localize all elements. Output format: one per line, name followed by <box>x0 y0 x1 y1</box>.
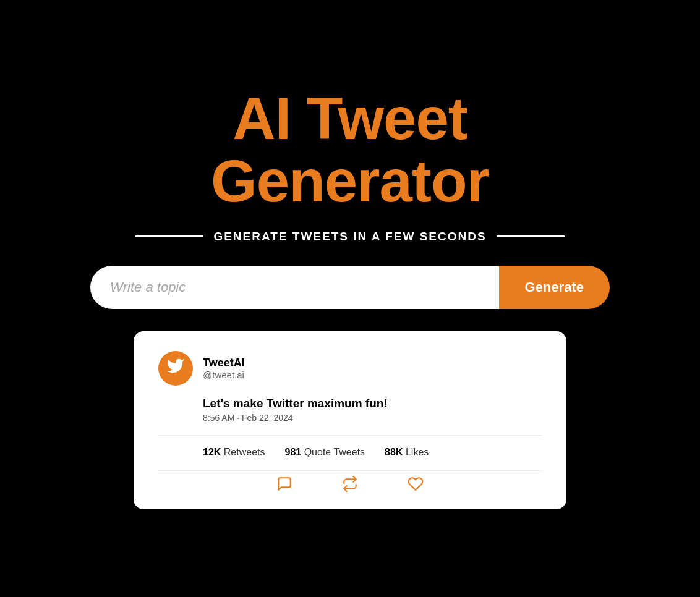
comment-icon[interactable] <box>276 476 292 492</box>
retweet-icon[interactable] <box>342 476 358 492</box>
topic-input[interactable] <box>90 266 499 309</box>
tweet-user-info: TweetAI @tweet.ai <box>203 357 245 380</box>
tweet-content: Let's make Twitter maximum fun! 8:56 AM … <box>158 397 542 423</box>
subtitle-line-right <box>497 235 565 237</box>
main-container: AI Tweet Generator Generate tweets in a … <box>84 88 616 509</box>
likes-stat: 88K Likes <box>385 447 429 458</box>
like-icon[interactable] <box>408 476 424 492</box>
tweet-text: Let's make Twitter maximum fun! <box>203 397 542 410</box>
tweet-time: 8:56 AM · Feb 22, 2024 <box>203 413 542 423</box>
subtitle: Generate tweets in a few seconds <box>135 230 564 243</box>
tweet-header: TweetAI @tweet.ai <box>158 351 542 386</box>
bird-icon <box>166 357 185 379</box>
page-title: AI Tweet Generator <box>211 88 489 213</box>
subtitle-line-left <box>135 235 203 237</box>
tweet-card: TweetAI @tweet.ai Let's make Twitter max… <box>134 331 566 509</box>
input-row: Generate <box>90 266 610 309</box>
quote-tweets-stat: 981 Quote Tweets <box>285 447 365 458</box>
retweets-stat: 12K Retweets <box>203 447 265 458</box>
tweet-actions <box>158 470 542 492</box>
tweet-handle: @tweet.ai <box>203 370 245 380</box>
tweet-username: TweetAI <box>203 357 245 370</box>
tweet-stats: 12K Retweets 981 Quote Tweets 88K Likes <box>158 435 542 458</box>
avatar <box>158 351 193 386</box>
generate-button[interactable]: Generate <box>499 266 610 309</box>
